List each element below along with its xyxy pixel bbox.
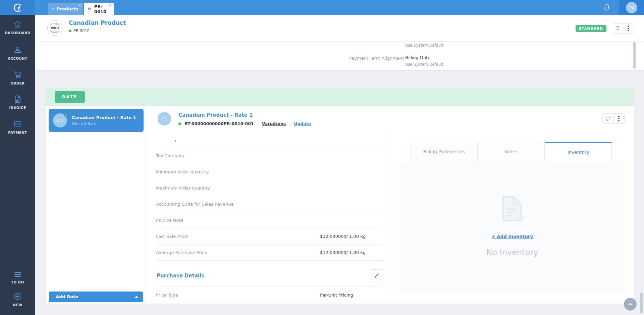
rate-item-subtitle: One-off Rate bbox=[72, 121, 136, 126]
sidebar-item-label: TO DO bbox=[0, 280, 35, 284]
close-icon[interactable]: × bbox=[108, 3, 112, 7]
more-actions-button[interactable] bbox=[613, 113, 625, 124]
field-label: Invoice Note bbox=[156, 212, 183, 228]
sidebar-item-order[interactable]: ORDER bbox=[0, 70, 35, 85]
user-avatar[interactable]: IM bbox=[626, 2, 637, 13]
page-title: Canadian Product bbox=[69, 19, 126, 26]
app-logo[interactable] bbox=[0, 0, 35, 15]
inner-scrollbar-thumb[interactable] bbox=[633, 42, 636, 69]
field-row: Minimum order quantity bbox=[156, 164, 383, 180]
edit-purchase-details-button[interactable] bbox=[371, 269, 383, 282]
separator: | bbox=[257, 121, 259, 126]
rate-section-banner: RATE bbox=[46, 88, 634, 106]
purchase-details-title: Purchase Details bbox=[157, 273, 204, 279]
tab-inventory[interactable]: Inventory bbox=[545, 142, 612, 161]
rate-title: Canadian Product - Rate 1 bbox=[178, 112, 253, 118]
rate-detail-header: C1 Canadian Product - Rate 1 RT-00000000… bbox=[146, 106, 634, 134]
add-rate-label: Add Rate bbox=[56, 294, 78, 299]
field-value: $12.000000/ 1.00 kg bbox=[320, 228, 366, 245]
sidebar: DASHBOARD ACCOUNT ORDER INVOICE PAY bbox=[0, 15, 35, 315]
kebab-menu-icon bbox=[628, 25, 629, 31]
tab-billing-preferences[interactable]: Billing Preferences bbox=[411, 142, 478, 161]
close-icon[interactable]: × bbox=[78, 3, 82, 7]
notifications-button[interactable] bbox=[602, 3, 612, 12]
rate-actions bbox=[602, 113, 625, 124]
refresh-icon bbox=[605, 116, 611, 121]
field-row: Invoice Note bbox=[156, 212, 383, 228]
field-label: Minimum order quantity bbox=[156, 164, 209, 180]
list-icon bbox=[14, 271, 22, 278]
rate-code: RT-00000000000PR-0010-001 bbox=[184, 121, 254, 126]
status-dot bbox=[64, 113, 68, 117]
refresh-button[interactable] bbox=[612, 23, 623, 34]
product-logo-text: WMU bbox=[51, 27, 59, 30]
field-label: Price Type bbox=[156, 287, 178, 304]
field-label: Tax Category bbox=[156, 148, 184, 164]
sidebar-item-invoice[interactable]: INVOICE bbox=[0, 95, 35, 110]
rate-section-button[interactable]: RATE bbox=[55, 91, 85, 103]
field-label: Last Sale Price bbox=[156, 228, 188, 245]
product-header: WMU Canadian Product PR-0010 STANDARD bbox=[35, 15, 644, 41]
divider bbox=[348, 42, 348, 69]
setting-hint: Use System Default bbox=[405, 62, 443, 67]
tab-products-label: Products bbox=[57, 6, 78, 11]
add-inventory-link[interactable]: + Add Inventory bbox=[491, 234, 533, 239]
caret-up-icon bbox=[135, 296, 138, 298]
tab-pr-0010-label: PR-0010 bbox=[94, 4, 109, 14]
product-logo: WMU bbox=[47, 20, 63, 36]
sidebar-item-todo[interactable]: TO DO bbox=[0, 271, 35, 284]
more-actions-button[interactable] bbox=[623, 23, 634, 34]
setting-label: Payment Term Alignment bbox=[349, 56, 404, 61]
setting-hint: Use System Default bbox=[405, 43, 443, 48]
sidebar-item-label: INVOICE bbox=[0, 106, 35, 110]
home-icon bbox=[13, 20, 22, 29]
no-inventory-message: No Inventory bbox=[486, 248, 538, 257]
update-link[interactable]: Update bbox=[294, 121, 311, 126]
sidebar-item-account[interactable]: ACCOUNT bbox=[0, 45, 35, 60]
sidebar-item-new[interactable]: NEW bbox=[0, 292, 35, 307]
add-rate-button[interactable]: Add Rate bbox=[49, 292, 143, 302]
package-box-icon bbox=[52, 6, 54, 11]
package-box-icon bbox=[88, 6, 92, 11]
cart-icon bbox=[13, 70, 22, 79]
clipped-row bbox=[156, 134, 383, 148]
divider bbox=[352, 51, 634, 51]
field-value: $12.000000/ 1.00 kg bbox=[320, 245, 366, 261]
field-row: Average Purchase Price $12.000000/ 1.00 … bbox=[156, 245, 383, 261]
setting-value: Billing Date bbox=[405, 55, 430, 60]
tab-products[interactable]: Products × bbox=[48, 3, 83, 15]
sidebar-item-payment[interactable]: PAYMENT bbox=[0, 119, 35, 135]
pencil-icon bbox=[374, 273, 380, 279]
rate-list-panel: C1 Canadian Product - Rate 1 One-off Rat… bbox=[46, 106, 146, 304]
scroll-to-top-button[interactable] bbox=[624, 298, 637, 311]
separator: | bbox=[289, 121, 290, 126]
tab-notes[interactable]: Notes bbox=[478, 142, 545, 161]
sidebar-item-label: PAYMENT bbox=[0, 131, 35, 135]
person-icon bbox=[13, 45, 22, 54]
rate-card: C1 Canadian Product - Rate 1 One-off Rat… bbox=[46, 106, 634, 304]
purchase-details-header: Purchase Details bbox=[156, 267, 383, 287]
field-value: Per-Unit Pricing bbox=[320, 287, 353, 304]
field-label: Accounting Code for Sales Revenue bbox=[156, 196, 234, 212]
variations-link[interactable]: Variations bbox=[262, 121, 286, 126]
rate-avatar: C1 bbox=[158, 112, 171, 125]
rate-detail-panel: C1 Canadian Product - Rate 1 RT-00000000… bbox=[146, 106, 634, 304]
tab-pr-0010[interactable]: PR-0010 × bbox=[84, 3, 114, 15]
company-logo-icon bbox=[12, 2, 23, 13]
page-scrollbar-thumb[interactable] bbox=[640, 293, 643, 313]
inventory-tab-content: + Add Inventory No Inventory bbox=[399, 161, 625, 293]
sidebar-item-label: ACCOUNT bbox=[0, 57, 35, 60]
bell-icon bbox=[602, 3, 611, 12]
field-row: Tax Category bbox=[156, 148, 383, 164]
refresh-button[interactable] bbox=[602, 113, 613, 124]
app-window: Products × PR-0010 × IM DASHBOARD bbox=[0, 0, 644, 315]
field-label: Average Purchase Price bbox=[156, 245, 207, 261]
rate-list-item[interactable]: C1 Canadian Product - Rate 1 One-off Rat… bbox=[49, 109, 144, 132]
header-actions bbox=[612, 23, 634, 34]
status-dot bbox=[178, 122, 181, 125]
clipped-text bbox=[175, 140, 176, 142]
status-dot bbox=[69, 30, 71, 32]
product-code: PR-0010 bbox=[73, 29, 90, 33]
chevron-up-icon bbox=[627, 301, 634, 308]
sidebar-item-dashboard[interactable]: DASHBOARD bbox=[0, 20, 35, 35]
